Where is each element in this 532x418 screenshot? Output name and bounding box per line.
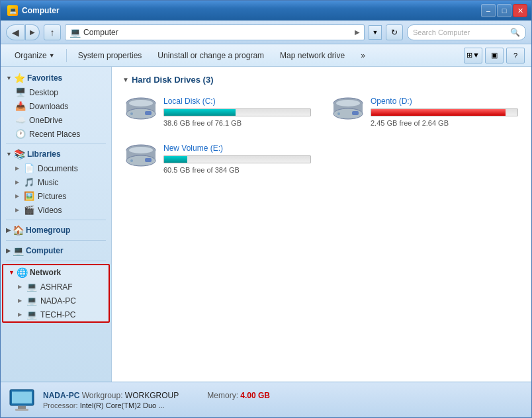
libraries-header[interactable]: ▼ 📚 Libraries bbox=[1, 147, 111, 161]
address-input[interactable]: 💻 Computer ▶ bbox=[65, 24, 365, 40]
ashraf-label: ASHRAF bbox=[40, 282, 73, 292]
status-processor-value: Intel(R) Core(TM)2 Duo ... bbox=[80, 401, 165, 409]
status-workgroup-label2: Workgroup: bbox=[82, 391, 123, 400]
sidebar-item-documents[interactable]: ▶ 📄 Documents bbox=[1, 161, 111, 175]
documents-label: Documents bbox=[38, 164, 78, 173]
sidebar-item-pictures[interactable]: ▶ 🖼️ Pictures bbox=[1, 189, 111, 203]
main-panel: ▼ Hard Disk Drives (3) Local Disk (C:) bbox=[112, 67, 531, 382]
search-icon[interactable]: 🔍 bbox=[510, 28, 520, 37]
address-dropdown[interactable]: ▼ bbox=[369, 25, 382, 40]
drive-item-0[interactable]: Local Disk (C:) 38.6 GB free of 76.1 GB bbox=[122, 94, 314, 130]
sidebar-item-nada-pc[interactable]: ▶ 💻 NADA-PC bbox=[3, 294, 109, 308]
computer-icon: 💻 bbox=[69, 27, 81, 38]
svg-point-3 bbox=[129, 100, 153, 106]
documents-arrow: ▶ bbox=[15, 165, 19, 171]
svg-rect-20 bbox=[18, 406, 26, 409]
help-button[interactable]: ? bbox=[506, 48, 525, 63]
address-path: Computer bbox=[83, 28, 352, 37]
search-box[interactable]: Search Computer 🔍 bbox=[407, 24, 526, 40]
back-button[interactable]: ◀ bbox=[6, 24, 24, 40]
libraries-label: Libraries bbox=[27, 149, 61, 159]
sidebar-item-videos[interactable]: ▶ 🎬 Videos bbox=[1, 203, 111, 217]
drive-name-1[interactable]: Opento (D:) bbox=[371, 97, 518, 106]
svg-rect-10 bbox=[352, 111, 359, 115]
videos-label: Videos bbox=[38, 206, 62, 215]
onedrive-icon: ☁️ bbox=[15, 115, 26, 125]
homegroup-chevron: ▶ bbox=[6, 227, 11, 233]
refresh-button[interactable]: ↻ bbox=[386, 24, 403, 40]
sidebar-item-downloads[interactable]: 📥 Downloads bbox=[1, 99, 111, 113]
svg-rect-19 bbox=[12, 392, 32, 403]
onedrive-label: OneDrive bbox=[29, 116, 63, 125]
section-title: ▼ Hard Disk Drives (3) bbox=[122, 75, 521, 85]
pictures-icon: 🖼️ bbox=[24, 191, 34, 201]
ashraf-arrow: ▶ bbox=[18, 284, 22, 290]
view-options-button[interactable]: ⊞▼ bbox=[464, 48, 482, 63]
nav-group: ◀ ▶ bbox=[6, 24, 40, 40]
organize-button[interactable]: Organize ▼ bbox=[7, 47, 62, 64]
window-title: Computer bbox=[22, 6, 60, 15]
drives-grid: Local Disk (C:) 38.6 GB free of 76.1 GB bbox=[122, 94, 521, 177]
up-button[interactable]: ↑ bbox=[44, 24, 61, 40]
title-bar: 💻 Computer – □ ✕ bbox=[1, 1, 531, 21]
drive-info-2: New Volume (E:) 60.5 GB free of 384 GB bbox=[163, 144, 311, 175]
libraries-icon: 📚 bbox=[14, 149, 25, 159]
sidebar-item-onedrive[interactable]: ☁️ OneDrive bbox=[1, 113, 111, 127]
documents-icon: 📄 bbox=[24, 163, 34, 173]
system-properties-button[interactable]: System properties bbox=[71, 47, 150, 64]
minimize-button[interactable]: – bbox=[481, 4, 496, 17]
pictures-arrow: ▶ bbox=[15, 193, 19, 199]
homegroup-header[interactable]: ▶ 🏠 Homegroup bbox=[1, 223, 111, 237]
computer-chevron: ▶ bbox=[6, 247, 11, 254]
sidebar-item-desktop[interactable]: 🖥️ Desktop bbox=[1, 85, 111, 99]
network-header[interactable]: ▼ 🌐 Network bbox=[3, 265, 109, 280]
drive-item-2[interactable]: New Volume (E:) 60.5 GB free of 384 GB bbox=[122, 141, 314, 177]
sidebar-section-computer: ▶ 💻 Computer bbox=[1, 243, 111, 258]
computer-header[interactable]: ▶ 💻 Computer bbox=[1, 243, 111, 258]
toolbar-separator-1 bbox=[66, 49, 67, 62]
title-bar-icon: 💻 bbox=[7, 5, 18, 16]
favorites-header[interactable]: ▼ ⭐ Favorites bbox=[1, 71, 111, 85]
search-placeholder: Search Computer bbox=[413, 28, 508, 36]
drive-item-1[interactable]: Opento (D:) 2.45 GB free of 2.64 GB bbox=[330, 94, 521, 130]
computer-sidebar-icon: 💻 bbox=[13, 245, 24, 256]
sidebar-item-tech-pc[interactable]: ▶ 💻 TECH-PC bbox=[3, 308, 109, 321]
svg-point-5 bbox=[130, 112, 133, 115]
favorites-chevron: ▼ bbox=[6, 75, 12, 81]
nada-arrow: ▶ bbox=[18, 298, 22, 304]
map-drive-button[interactable]: Map network drive bbox=[273, 47, 352, 64]
drive-progress-container-0 bbox=[163, 108, 311, 116]
drive-progress-bar-0 bbox=[164, 109, 236, 116]
status-processor-label: Processor: bbox=[43, 401, 78, 409]
favorites-icon: ⭐ bbox=[14, 73, 25, 83]
sidebar-divider-2 bbox=[6, 220, 106, 220]
status-pc-name: NADA-PC bbox=[43, 391, 79, 400]
drive-name-0[interactable]: Local Disk (C:) bbox=[163, 97, 311, 106]
drive-name-2[interactable]: New Volume (E:) bbox=[163, 144, 311, 153]
preview-pane-button[interactable]: ▣ bbox=[485, 48, 504, 63]
sidebar-item-recent-places[interactable]: 🕐 Recent Places bbox=[1, 127, 111, 141]
address-path-arrow: ▶ bbox=[355, 28, 360, 36]
sidebar-section-homegroup: ▶ 🏠 Homegroup bbox=[1, 223, 111, 237]
drive-progress-container-2 bbox=[163, 155, 311, 163]
network-chevron: ▼ bbox=[9, 269, 15, 276]
drive-space-1: 2.45 GB free of 2.64 GB bbox=[371, 119, 449, 127]
maximize-button[interactable]: □ bbox=[497, 4, 511, 17]
status-workgroup-value: WORKGROUP bbox=[125, 391, 179, 400]
sidebar-item-music[interactable]: ▶ 🎵 Music bbox=[1, 175, 111, 189]
music-arrow: ▶ bbox=[15, 179, 19, 185]
forward-button[interactable]: ▶ bbox=[25, 24, 40, 40]
drive-space-2: 60.5 GB free of 384 GB bbox=[163, 166, 240, 174]
status-memory-label: Memory: bbox=[207, 391, 238, 400]
downloads-icon: 📥 bbox=[15, 101, 26, 111]
sidebar-divider-3 bbox=[6, 240, 106, 241]
sidebar-item-ashraf[interactable]: ▶ 💻 ASHRAF bbox=[3, 280, 109, 294]
title-bar-left: 💻 Computer bbox=[7, 5, 60, 16]
more-button[interactable]: » bbox=[353, 47, 373, 64]
svg-rect-21 bbox=[15, 409, 28, 411]
computer-sidebar-label: Computer bbox=[26, 246, 64, 255]
pictures-label: Pictures bbox=[38, 192, 66, 201]
close-button[interactable]: ✕ bbox=[513, 4, 527, 17]
uninstall-button[interactable]: Uninstall or change a program bbox=[150, 47, 271, 64]
drive-space-0: 38.6 GB free of 76.1 GB bbox=[163, 119, 242, 127]
